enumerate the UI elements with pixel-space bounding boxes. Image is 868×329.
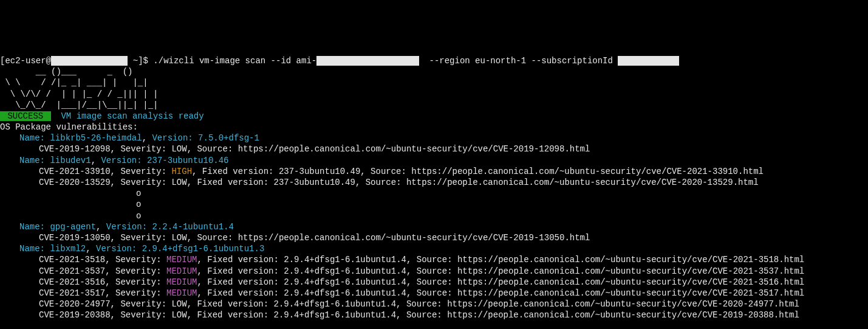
pkg-name-label: Name:	[19, 222, 50, 232]
ascii-line: __ ()___ _ ()	[0, 67, 138, 77]
source-label: Source:	[406, 299, 447, 309]
source-label: Source:	[417, 288, 457, 298]
status-message: VM image scan analysis ready	[51, 111, 204, 121]
severity-value: MEDIUM	[166, 277, 197, 287]
package-line: Name: libudev1, Version: 237-3ubuntu10.4…	[0, 155, 229, 166]
fixed-version: Fixed version: 2.9.4+dfsg1-6.1ubuntu1.4,	[207, 277, 416, 287]
fixed-version: Fixed version: 2.9.4+dfsg1-6.1ubuntu1.4,	[207, 255, 416, 265]
pkg-name-label: Name:	[19, 156, 50, 165]
cve-id: CVE-2021-3516,	[39, 277, 115, 287]
source-url: https://people.canonical.com/~ubuntu-sec…	[238, 233, 590, 243]
source-url: https://people.canonical.com/~ubuntu-sec…	[447, 310, 799, 320]
severity-value: MEDIUM	[166, 255, 197, 265]
ellipsis-line: o	[0, 188, 868, 199]
severity-label: Severity:	[120, 299, 171, 309]
section-line: OS Package vulnerabilities:	[0, 122, 868, 133]
source-label: Source:	[417, 255, 457, 265]
pkg-version-label: Version:	[96, 244, 142, 254]
cve-wrap: CVE-2021-3517, Severity: MEDIUM, Fixed v…	[0, 288, 804, 299]
cve-line: CVE-2020-24977, Severity: LOW, Fixed ver…	[0, 299, 868, 310]
source-url: https://people.canonical.com/~ubuntu-sec…	[457, 288, 804, 298]
package-header: Name: libkrb5-26-heimdal, Version: 7.5.0…	[0, 133, 868, 144]
cve-id: CVE-2021-3518,	[39, 255, 115, 265]
command-flags: --region eu-north-1 --subscriptionId	[419, 56, 618, 66]
cve-line: CVE-2021-3517, Severity: MEDIUM, Fixed v…	[0, 288, 868, 299]
source-url: https://people.canonical.com/~ubuntu-sec…	[238, 144, 590, 154]
cve-wrap: CVE-2019-20388, Severity: LOW, Fixed ver…	[0, 310, 799, 320]
cve-wrap: CVE-2021-3518, Severity: MEDIUM, Fixed v…	[0, 254, 804, 265]
cve-wrap: CVE-2019-12098, Severity: LOW, Source: h…	[0, 144, 590, 154]
ellipsis-dot: o	[0, 199, 141, 209]
severity-value: LOW	[171, 178, 186, 187]
cve-id: CVE-2021-33910,	[39, 167, 120, 176]
cve-id: CVE-2020-13529,	[39, 178, 120, 187]
fixed-version: Fixed version: 2.9.4+dfsg1-6.1ubuntu1.4,	[197, 310, 406, 320]
pkg-version: 7.5.0+dfsg-1	[198, 133, 259, 143]
ellipsis-dot: o	[0, 211, 141, 221]
pkg-version-label: Version:	[101, 156, 147, 165]
cve-wrap: CVE-2021-33910, Severity: HIGH, Fixed ve…	[0, 166, 764, 177]
pkg-name: libudev1	[50, 156, 91, 165]
severity-value: MEDIUM	[166, 288, 197, 298]
package-line: Name: libxml2, Version: 2.9.4+dfsg1-6.1u…	[0, 243, 264, 254]
section-header: OS Package vulnerabilities:	[0, 122, 138, 132]
cve-line: CVE-2019-12098, Severity: LOW, Source: h…	[0, 144, 868, 154]
severity-value: MEDIUM	[166, 266, 197, 276]
fixed-version: Fixed version: 2.9.4+dfsg1-6.1ubuntu1.4,	[207, 288, 416, 298]
source-url: https://people.canonical.com/~ubuntu-sec…	[447, 299, 799, 309]
source-label: Source:	[197, 144, 238, 154]
severity-label: Severity:	[115, 277, 166, 287]
cve-line: CVE-2021-3516, Severity: MEDIUM, Fixed v…	[0, 277, 868, 288]
severity-label: Severity:	[115, 266, 166, 276]
cve-line: CVE-2019-13050, Severity: LOW, Source: h…	[0, 232, 868, 243]
package-header: Name: gpg-agent, Version: 2.2.4-1ubuntu1…	[0, 221, 868, 232]
cve-wrap: CVE-2021-3516, Severity: MEDIUM, Fixed v…	[0, 277, 804, 288]
severity-value: HIGH	[171, 167, 192, 176]
severity-label: Severity:	[115, 255, 166, 265]
severity-label: Severity:	[120, 167, 171, 176]
command-text: ./wizcli vm-image scan --id ami-	[153, 56, 316, 66]
cve-id: CVE-2019-12098,	[39, 144, 120, 154]
cve-line: CVE-2021-3518, Severity: MEDIUM, Fixed v…	[0, 254, 868, 265]
fixed-version: Fixed version: 237-3ubuntu10.49,	[202, 167, 371, 176]
package-header: Name: libudev1, Version: 237-3ubuntu10.4…	[0, 155, 868, 166]
severity-value: LOW	[171, 144, 186, 154]
cve-wrap: CVE-2020-13529, Severity: LOW, Fixed ver…	[0, 177, 759, 188]
cve-line: CVE-2021-33910, Severity: HIGH, Fixed ve…	[0, 166, 868, 177]
source-label: Source:	[366, 178, 406, 187]
status-badge: SUCCESS	[0, 111, 51, 121]
source-url: https://people.canonical.com/~ubuntu-sec…	[406, 178, 759, 187]
ascii-line: \_/\_/ |___|/__|\__||_| |_|	[0, 100, 163, 110]
pkg-name: gpg-agent	[50, 222, 96, 232]
ellipsis-dot: o	[0, 189, 141, 198]
source-label: Source:	[406, 310, 447, 320]
ascii-art-0: __ ()___ _ ()	[0, 66, 868, 77]
source-label: Source:	[417, 277, 457, 287]
prompt-userhost: [ec2-user@	[0, 56, 51, 66]
severity-label: Severity:	[120, 178, 171, 187]
severity-label: Severity:	[120, 310, 171, 320]
cve-id: CVE-2021-3517,	[39, 288, 115, 298]
package-line: Name: libkrb5-26-heimdal, Version: 7.5.0…	[0, 133, 259, 144]
source-url: https://people.canonical.com/~ubuntu-sec…	[457, 277, 804, 287]
fixed-version: Fixed version: 2.9.4+dfsg1-6.1ubuntu1.4,	[197, 299, 406, 309]
severity-value: LOW	[171, 299, 186, 309]
pkg-name-label: Name:	[19, 244, 50, 254]
cve-wrap: CVE-2020-24977, Severity: LOW, Fixed ver…	[0, 299, 799, 310]
severity-label: Severity:	[120, 233, 171, 243]
ellipsis-line: o	[0, 199, 868, 210]
cve-line: CVE-2019-20388, Severity: LOW, Fixed ver…	[0, 310, 868, 320]
pkg-version: 2.9.4+dfsg1-6.1ubuntu1.3	[142, 244, 265, 254]
redacted-ami: ▮▮▮ ▮▮▮▮ ▮▮▮ ▮▮▮▮ ▮▮	[316, 56, 419, 66]
package-line: Name: gpg-agent, Version: 2.2.4-1ubuntu1…	[0, 221, 234, 232]
redacted-host: ▮▮ ▮▮▮ ▮▮ ▮▮ ▮▮	[51, 56, 128, 66]
terminal-output: [ec2-user@▮▮ ▮▮▮ ▮▮ ▮▮ ▮▮ ~]$ ./wizcli v…	[0, 55, 868, 329]
cve-line: CVE-2020-13529, Severity: LOW, Fixed ver…	[0, 177, 868, 188]
cve-line: CVE-2021-3537, Severity: MEDIUM, Fixed v…	[0, 266, 868, 277]
ascii-line: \ \/\/ / | | |_ / / _||| | |	[0, 89, 163, 99]
pkg-name: libxml2	[50, 244, 86, 254]
pkg-version: 237-3ubuntu10.46	[147, 156, 228, 165]
severity-label: Severity:	[120, 144, 171, 154]
cve-id: CVE-2019-13050,	[39, 233, 120, 243]
source-url: https://people.canonical.com/~ubuntu-sec…	[457, 255, 804, 265]
